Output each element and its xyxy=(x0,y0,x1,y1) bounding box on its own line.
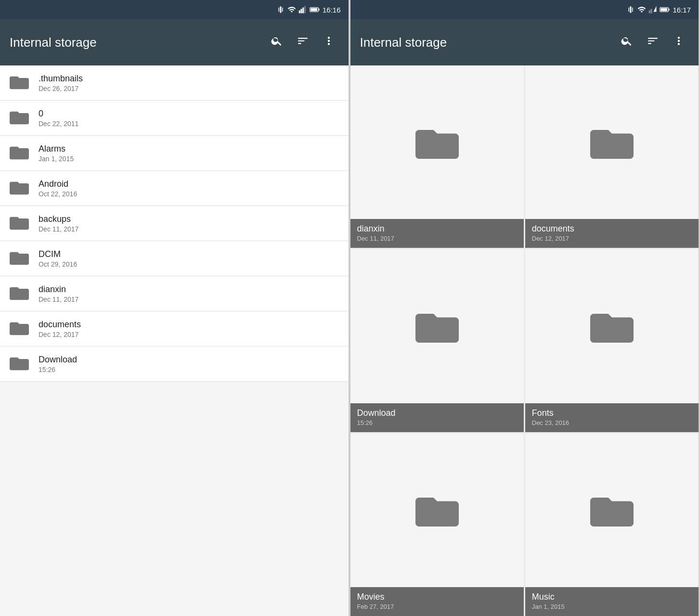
list-item-date: Jan 1, 2015 xyxy=(39,155,74,163)
folder-icon xyxy=(10,179,29,198)
right-signal-icon xyxy=(648,5,657,14)
right-toolbar: Internal storage xyxy=(350,19,699,65)
list-item-date: Oct 29, 2016 xyxy=(39,260,77,268)
right-status-icons: 16:17 xyxy=(626,5,691,14)
vibrate-icon xyxy=(276,5,285,14)
svg-marker-15 xyxy=(654,6,657,12)
right-time: 16:17 xyxy=(673,6,691,14)
svg-rect-10 xyxy=(630,6,632,13)
grid-item-name: documents xyxy=(532,224,692,234)
grid-folder-icon-area xyxy=(350,434,524,587)
folder-icon xyxy=(10,319,29,338)
folder-icon xyxy=(10,108,29,128)
grid-label-area: Music Jan 1, 2015 xyxy=(525,587,699,616)
list-item-info: Download 15:26 xyxy=(39,355,77,373)
right-toolbar-title: Internal storage xyxy=(360,35,611,50)
list-item-name: backups xyxy=(39,214,78,224)
svg-rect-4 xyxy=(300,9,302,13)
right-more-button[interactable] xyxy=(669,31,689,54)
list-item-name: dianxin xyxy=(39,284,78,295)
left-sort-button[interactable] xyxy=(293,31,313,54)
svg-rect-8 xyxy=(311,8,317,11)
list-item[interactable]: Alarms Jan 1, 2015 xyxy=(0,136,349,171)
list-item-name: Android xyxy=(39,179,77,189)
left-panel: 16:16 Internal storage .thumbnails Dec 2… xyxy=(0,0,349,616)
right-grid-view: dianxin Dec 11, 2017 documents Dec 12, 2… xyxy=(350,65,699,616)
list-item[interactable]: DCIM Oct 29, 2016 xyxy=(0,241,349,276)
left-search-button[interactable] xyxy=(267,31,287,54)
svg-rect-2 xyxy=(282,8,283,12)
grid-item[interactable]: dianxin Dec 11, 2017 xyxy=(350,65,524,248)
folder-icon xyxy=(10,354,29,373)
right-search-button[interactable] xyxy=(617,31,637,54)
wifi-icon xyxy=(287,5,296,14)
list-item-name: DCIM xyxy=(39,249,77,259)
grid-folder-icon-area xyxy=(525,434,699,587)
left-more-button[interactable] xyxy=(319,31,339,54)
list-item[interactable]: Android Oct 22, 2016 xyxy=(0,171,349,206)
signal-icon xyxy=(298,5,307,14)
grid-item[interactable]: documents Dec 12, 2017 xyxy=(525,65,699,248)
list-item-name: Alarms xyxy=(39,144,74,154)
grid-item[interactable]: Music Jan 1, 2015 xyxy=(525,434,699,616)
grid-item-name: Movies xyxy=(357,592,517,602)
list-item-name: .thumbnails xyxy=(39,74,83,84)
list-item-date: Dec 11, 2017 xyxy=(39,295,78,303)
folder-icon xyxy=(10,249,29,268)
grid-item-name: Music xyxy=(532,592,692,602)
svg-rect-6 xyxy=(304,6,306,13)
svg-rect-17 xyxy=(661,8,668,11)
folder-icon xyxy=(10,73,29,92)
list-item-name: documents xyxy=(39,320,81,330)
grid-item-date: Dec 11, 2017 xyxy=(357,235,517,242)
list-item-name: Download xyxy=(39,355,77,365)
grid-label-area: Fonts Dec 23, 2016 xyxy=(525,403,699,432)
grid-item-name: Fonts xyxy=(532,408,692,418)
svg-rect-0 xyxy=(280,6,281,13)
list-item[interactable]: documents Dec 12, 2017 xyxy=(0,311,349,346)
grid-item[interactable]: Download 15:26 xyxy=(350,249,524,432)
svg-rect-3 xyxy=(299,11,300,13)
right-sort-button[interactable] xyxy=(643,31,663,54)
grid-folder-icon-area xyxy=(525,65,699,219)
grid-item-date: Dec 12, 2017 xyxy=(532,235,692,242)
svg-rect-18 xyxy=(669,9,670,11)
svg-rect-5 xyxy=(302,8,304,13)
grid-item-date: Feb 27, 2017 xyxy=(357,603,517,610)
svg-rect-9 xyxy=(318,9,319,11)
left-status-icons: 16:16 xyxy=(276,5,341,14)
grid-label-area: Download 15:26 xyxy=(350,403,524,432)
grid-item[interactable]: Fonts Dec 23, 2016 xyxy=(525,249,699,432)
list-item-date: Dec 22, 2011 xyxy=(39,120,78,128)
list-item[interactable]: dianxin Dec 11, 2017 xyxy=(0,276,349,311)
grid-label-area: documents Dec 12, 2017 xyxy=(525,219,699,248)
list-item-info: .thumbnails Dec 26, 2017 xyxy=(39,74,83,92)
svg-rect-12 xyxy=(632,8,633,12)
right-panel: 16:17 Internal storage dianxin Dec 11, 2… xyxy=(350,0,699,616)
grid-item[interactable]: Movies Feb 27, 2017 xyxy=(350,434,524,616)
folder-icon xyxy=(10,143,29,163)
grid-item-date: 15:26 xyxy=(357,419,517,426)
list-item-info: backups Dec 11, 2017 xyxy=(39,214,78,233)
right-wifi-icon xyxy=(637,5,646,14)
list-item[interactable]: 0 Dec 22, 2011 xyxy=(0,101,349,136)
list-item-date: Dec 26, 2017 xyxy=(39,85,83,92)
grid-label-area: dianxin Dec 11, 2017 xyxy=(350,219,524,248)
svg-rect-14 xyxy=(651,9,652,13)
svg-rect-11 xyxy=(629,8,630,12)
list-item-date: Dec 11, 2017 xyxy=(39,225,78,233)
list-item[interactable]: Download 15:26 xyxy=(0,346,349,382)
grid-folder-icon-area xyxy=(525,249,699,403)
left-status-bar: 16:16 xyxy=(0,0,349,19)
list-item[interactable]: .thumbnails Dec 26, 2017 xyxy=(0,65,349,101)
list-item-date: Oct 22, 2016 xyxy=(39,190,77,198)
list-item[interactable]: backups Dec 11, 2017 xyxy=(0,206,349,241)
right-battery-icon xyxy=(660,5,670,14)
list-item-date: Dec 12, 2017 xyxy=(39,331,81,338)
list-item-info: documents Dec 12, 2017 xyxy=(39,320,81,338)
left-toolbar: Internal storage xyxy=(0,19,349,65)
list-item-date: 15:26 xyxy=(39,366,77,373)
left-toolbar-title: Internal storage xyxy=(10,35,261,50)
grid-item-date: Jan 1, 2015 xyxy=(532,603,692,610)
right-vibrate-icon xyxy=(626,5,635,14)
